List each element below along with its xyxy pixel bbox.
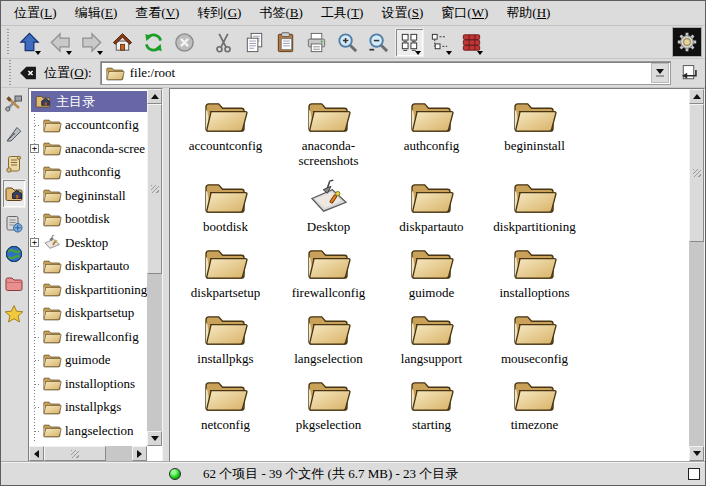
scroll-up-icon[interactable] [147, 89, 162, 104]
menu-item-e[interactable]: 编辑(E) [70, 2, 123, 24]
folder-item[interactable]: installoptions [483, 244, 586, 310]
folder-item[interactable]: diskpartsetup [174, 244, 277, 310]
home-icon[interactable] [108, 28, 137, 57]
printer-icon[interactable] [302, 28, 331, 57]
tree-item[interactable]: diskpartitioning [29, 278, 147, 302]
menu-item-h[interactable]: 帮助(H) [501, 2, 555, 24]
tree-item[interactable]: bootdisk [29, 208, 147, 232]
folder-item[interactable]: netconfig [174, 376, 277, 442]
tree-item[interactable]: diskpartsetup [29, 302, 147, 326]
folder-icon [408, 178, 455, 217]
folder-item[interactable]: bootdisk [174, 178, 277, 244]
tree-item[interactable]: diskpartauto [29, 255, 147, 279]
folder-icon [408, 244, 455, 283]
home-directory-icon[interactable] [2, 179, 26, 208]
network-globe-icon[interactable] [2, 239, 26, 268]
folder-label: installpkgs [197, 351, 253, 366]
stop-icon [170, 28, 199, 57]
history-scroll-icon[interactable] [2, 149, 26, 178]
tree-view-icon[interactable] [426, 28, 455, 57]
menu-item-g[interactable]: 转到(G) [192, 2, 246, 24]
up-arrow-icon[interactable] [15, 28, 44, 57]
scroll-down-icon[interactable] [147, 431, 162, 446]
menubar: 位置(L)编辑(E)查看(V)转到(G)书签(B)工具(T)设置(S)窗口(W)… [1, 1, 705, 26]
location-dropdown-arrow-icon[interactable] [651, 63, 669, 83]
tree-item[interactable]: 主目录 [29, 90, 147, 114]
tree-item[interactable]: langselection [29, 419, 147, 443]
locationbar-drag-handle[interactable] [7, 60, 13, 86]
tree-item[interactable]: installpkgs [29, 396, 147, 420]
tree-item[interactable]: authconfig [29, 161, 147, 185]
back-arrow-icon [46, 28, 75, 57]
system-tools-icon[interactable] [2, 89, 26, 118]
bookmarks-star-icon[interactable] [2, 299, 26, 328]
reload-icon[interactable] [139, 28, 168, 57]
tree-item[interactable]: +anaconda-scree [29, 137, 147, 161]
folder-item[interactable]: installpkgs [174, 310, 277, 376]
location-input[interactable] [130, 65, 651, 81]
tree-item[interactable]: +Desktop [29, 231, 147, 255]
tree-item-label: guimode [65, 352, 111, 368]
folder-item[interactable]: firewallconfig [277, 244, 380, 310]
tree-hscroll-thumb[interactable] [44, 446, 106, 461]
folder-item[interactable]: starting [380, 376, 483, 442]
menu-item-w[interactable]: 窗口(W) [436, 2, 493, 24]
red-bricks-icon[interactable] [457, 28, 486, 57]
folder-label: begininstall [504, 138, 565, 153]
view-scroll-thumb[interactable] [689, 104, 704, 242]
paste-icon[interactable] [271, 28, 300, 57]
services-icon[interactable] [2, 209, 26, 238]
tree-item-label: begininstall [65, 188, 126, 204]
tree-item-label: 主目录 [56, 93, 95, 111]
expand-plus-icon[interactable]: + [30, 238, 39, 247]
scroll-down-icon[interactable] [689, 446, 704, 461]
tree-item[interactable]: firewallconfig [29, 325, 147, 349]
view-vertical-scrollbar[interactable] [689, 89, 704, 461]
expand-plus-icon[interactable]: + [30, 144, 39, 153]
folder-item[interactable]: langsupport [380, 310, 483, 376]
folder-item[interactable]: accountconfig [174, 97, 277, 178]
go-icon[interactable] [675, 60, 701, 86]
menu-item-v[interactable]: 查看(V) [130, 2, 184, 24]
icon-view-icon[interactable] [395, 28, 424, 57]
folder-item[interactable]: diskpartauto [380, 178, 483, 244]
zoom-out-icon[interactable] [364, 28, 393, 57]
tree-item[interactable]: begininstall [29, 184, 147, 208]
scroll-left-icon[interactable] [29, 446, 44, 461]
konqueror-gear-icon[interactable] [672, 27, 702, 57]
location-combobox[interactable] [100, 61, 671, 85]
menu-item-l[interactable]: 位置(L) [9, 2, 62, 24]
scroll-right-icon[interactable] [132, 446, 147, 461]
copy-icon[interactable] [240, 28, 269, 57]
folder-icon [202, 310, 249, 349]
menu-item-t[interactable]: 工具(T) [316, 2, 369, 24]
folder-item[interactable]: begininstall [483, 97, 586, 178]
zoom-in-icon[interactable] [333, 28, 362, 57]
folder-item[interactable]: guimode [380, 244, 483, 310]
folder-item[interactable]: langselection [277, 310, 380, 376]
scissors-icon[interactable] [209, 28, 238, 57]
folder-item[interactable]: anaconda-screenshots [277, 97, 380, 178]
folder-item[interactable]: pkgselection [277, 376, 380, 442]
clear-location-icon[interactable] [16, 61, 40, 85]
folder-icon [408, 310, 455, 349]
folder-item[interactable]: Desktop [277, 178, 380, 244]
menu-item-s[interactable]: 设置(S) [376, 2, 428, 24]
tree-item-label: diskpartitioning [65, 282, 147, 298]
tree-item[interactable]: accountconfig [29, 114, 147, 138]
tree-item[interactable]: installoptions [29, 372, 147, 396]
folder-item[interactable]: timezone [483, 376, 586, 442]
menu-item-b[interactable]: 书签(B) [254, 2, 307, 24]
annotate-pen-icon[interactable] [2, 119, 26, 148]
folder-item[interactable]: diskpartitioning [483, 178, 586, 244]
folder-item[interactable]: mouseconfig [483, 310, 586, 376]
tree-vertical-scrollbar[interactable] [147, 89, 162, 446]
tree-item[interactable]: guimode [29, 349, 147, 373]
toolbar-drag-handle[interactable] [5, 29, 11, 55]
scroll-up-icon[interactable] [689, 89, 704, 104]
folder-item[interactable]: authconfig [380, 97, 483, 178]
tree-scroll-thumb[interactable] [147, 104, 162, 274]
root-folder-icon[interactable] [2, 269, 26, 298]
active-view-checkbox[interactable] [688, 468, 700, 480]
tree-horizontal-scrollbar[interactable] [29, 446, 147, 461]
